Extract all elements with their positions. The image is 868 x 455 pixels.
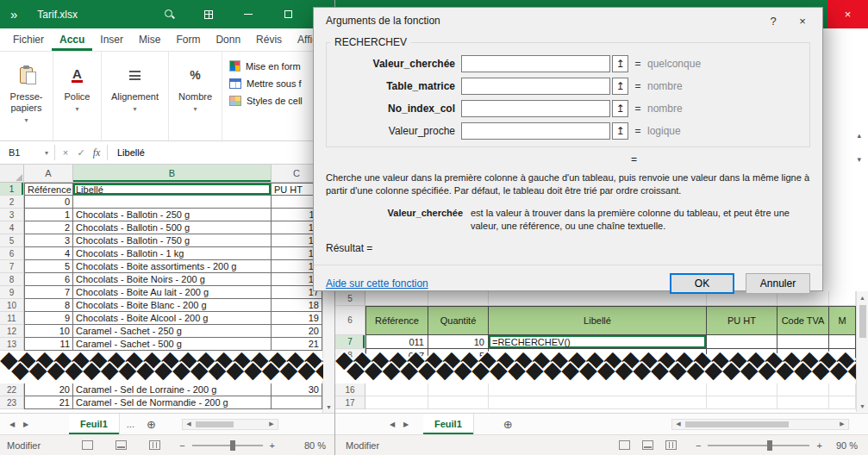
cell[interactable]: [365, 383, 428, 396]
header-cell-quantite[interactable]: Quantité: [428, 306, 489, 335]
cell[interactable]: [829, 396, 856, 409]
cell-b12[interactable]: Caramel - Sachet - 250 g: [73, 325, 272, 338]
cell-a8[interactable]: 6: [24, 273, 73, 286]
chevron-down-icon[interactable]: ▾: [45, 149, 52, 157]
scroll-right-icon[interactable]: ▶: [265, 421, 278, 427]
sheet-overflow[interactable]: ...: [120, 419, 141, 429]
row-header-6[interactable]: 6: [335, 306, 365, 335]
cell-a6[interactable]: 4: [24, 247, 73, 260]
cell[interactable]: [777, 383, 829, 396]
scroll-left-icon[interactable]: ◀: [672, 421, 684, 427]
cell-a23[interactable]: 21: [24, 396, 73, 409]
valeur-proche-input[interactable]: [461, 122, 610, 140]
zoom-slider-thumb[interactable]: [767, 440, 772, 451]
header-cell-libelle[interactable]: Libellé: [489, 306, 707, 335]
cell-r8c4[interactable]: [777, 349, 829, 363]
sheet-tab-feuil1[interactable]: Feuil1: [423, 414, 474, 434]
header-cell-code-tva[interactable]: Code TVA: [777, 306, 829, 335]
ribbon-group-police[interactable]: A Police ▾: [53, 52, 102, 140]
zoom-level[interactable]: 90 %: [836, 440, 868, 451]
cell-r8c0[interactable]: 007: [365, 349, 428, 363]
minimize-button[interactable]: [236, 0, 260, 28]
row-header-16[interactable]: 16: [335, 383, 365, 396]
cell-a10[interactable]: 8: [24, 299, 73, 312]
page-break-view-icon[interactable]: [149, 440, 160, 450]
page-break-view-icon[interactable]: [665, 440, 677, 450]
header-cell-m[interactable]: M: [829, 306, 856, 335]
row-header-17[interactable]: 17: [335, 396, 365, 409]
row-header-5[interactable]: 5: [0, 234, 24, 247]
zoom-in-button[interactable]: +: [270, 440, 275, 451]
row-header-22[interactable]: 22: [0, 383, 24, 396]
vertical-scrollbar[interactable]: ▲ ▼: [856, 291, 868, 412]
cell-b13[interactable]: Caramel - Sachet - 500 g: [73, 338, 272, 351]
cell-r7c5[interactable]: [829, 335, 856, 349]
cell-b8[interactable]: Chocolats - Boite Noirs - 200 g: [73, 273, 272, 286]
name-box[interactable]: B1 ▾: [2, 144, 52, 161]
cell-a22[interactable]: 20: [24, 383, 73, 396]
cell-r7c1[interactable]: 10: [428, 335, 489, 349]
valeur-cherchee-input[interactable]: [461, 55, 610, 72]
cancel-entry-button[interactable]: ×: [58, 147, 73, 158]
cell-b4[interactable]: Chocolats - Ballotin - 500 g: [73, 221, 272, 234]
cell[interactable]: [489, 396, 707, 409]
ribbon-group-nombre[interactable]: % Nombre ▾: [169, 52, 222, 140]
cell-r7c4[interactable]: [777, 335, 829, 349]
cell-r7c2[interactable]: =RECHERCHEV(): [489, 335, 707, 349]
cell[interactable]: [777, 396, 829, 409]
maximize-button[interactable]: [276, 0, 300, 28]
sheet-nav-left-icon[interactable]: ◀: [5, 421, 19, 428]
cell-b2[interactable]: [73, 196, 272, 209]
table-matrice-collapse-button[interactable]: ↥: [612, 78, 628, 95]
horizontal-scrollbar[interactable]: ◀ ▶: [671, 419, 849, 430]
add-sheet-button[interactable]: ⊕: [498, 418, 518, 431]
zoom-slider[interactable]: [708, 445, 809, 446]
no-index-col-collapse-button[interactable]: ↥: [612, 100, 628, 117]
ribbon-tab-accu[interactable]: Accu: [52, 28, 92, 51]
cancel-button[interactable]: Annuler: [746, 273, 810, 294]
ribbon-group-alignement[interactable]: Alignement ▾: [102, 52, 169, 140]
row-header-8[interactable]: 8: [0, 273, 24, 286]
dialog-close-button[interactable]: ×: [788, 9, 817, 32]
cell-r8c2[interactable]: [489, 349, 707, 363]
cell-r7c0[interactable]: 011: [365, 335, 428, 349]
row-header-2[interactable]: 2: [0, 196, 24, 209]
cell-r8c3[interactable]: [707, 349, 777, 363]
zoom-out-button[interactable]: −: [179, 440, 184, 451]
cell-b7[interactable]: Chocolats - Boite assortiments - 200 g: [73, 260, 272, 273]
help-link[interactable]: Aide sur cette fonction: [326, 277, 428, 290]
row-header-7[interactable]: 7: [0, 260, 24, 273]
page-layout-view-icon[interactable]: [642, 440, 653, 450]
select-all-corner[interactable]: [0, 165, 24, 182]
cell-a7[interactable]: 5: [24, 260, 73, 273]
row-header-10[interactable]: 10: [0, 299, 24, 312]
cell[interactable]: [428, 396, 489, 409]
cell-b23[interactable]: Caramel - Sel de Normandie - 200 g: [73, 396, 272, 409]
cell[interactable]: [829, 383, 856, 396]
ribbon-tab-fichier[interactable]: Fichier: [5, 28, 52, 51]
scroll-thumb[interactable]: [196, 421, 234, 427]
sheet-tab-feuil1[interactable]: Feuil1: [69, 414, 120, 434]
cell-c22[interactable]: 30: [272, 383, 322, 396]
formula-bar-value[interactable]: Libellé: [110, 147, 326, 158]
row-header-7[interactable]: 7: [335, 335, 365, 349]
sheet-nav-left-icon[interactable]: ◀: [385, 421, 399, 428]
cell-a9[interactable]: 7: [24, 286, 73, 299]
cell[interactable]: [365, 396, 428, 409]
ribbon-display-options-button[interactable]: [197, 0, 221, 28]
row-header-6[interactable]: 6: [0, 247, 24, 260]
horizontal-scrollbar[interactable]: ◀ ▶: [182, 419, 278, 430]
cell-b10[interactable]: Chocolats - Boite Blanc - 200 g: [73, 299, 272, 312]
cell-a4[interactable]: 2: [24, 221, 73, 234]
cell-a3[interactable]: 1: [24, 209, 73, 221]
cell-c12[interactable]: 20: [272, 325, 322, 338]
table-matrice-input[interactable]: [461, 78, 610, 95]
zoom-in-button[interactable]: +: [816, 440, 821, 451]
row-header-12[interactable]: 12: [0, 325, 24, 338]
cell-a2[interactable]: 0: [24, 196, 73, 209]
row-header-8[interactable]: 8: [335, 349, 365, 363]
scroll-thumb[interactable]: [859, 305, 866, 338]
cell-b9[interactable]: Chocolats - Boite Au lait - 200 g: [73, 286, 272, 299]
row-header-4[interactable]: 4: [0, 221, 24, 234]
scroll-thumb[interactable]: [685, 421, 789, 427]
